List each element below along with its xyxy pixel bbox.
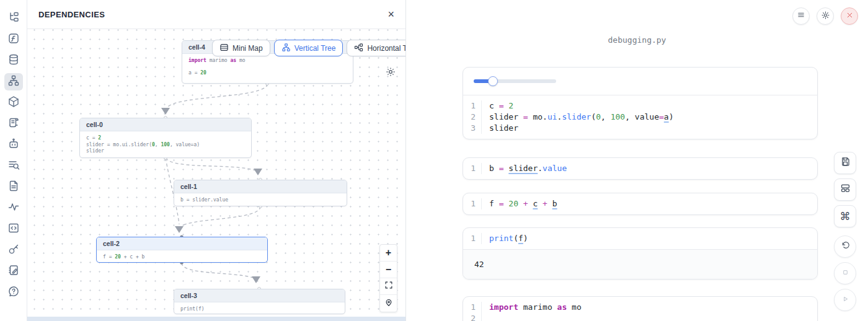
graph-code-line: a = 20 <box>188 70 347 77</box>
save-button[interactable] <box>834 152 856 174</box>
notebook-cell-f[interactable]: 1f = 20 + c + b <box>463 193 818 215</box>
sidebar-item-packages[interactable] <box>4 94 23 112</box>
notebook-cell-print[interactable]: 1print(f) 42 <box>463 227 818 279</box>
notebook-cell-slider[interactable]: 1c = 2 2slider = mo.ui.slider(0, 100, va… <box>463 67 818 139</box>
sidebar-item-dependencies[interactable] <box>4 73 23 90</box>
notebook-top-actions <box>792 7 858 25</box>
code-line: print(f) <box>482 233 528 244</box>
gear-icon <box>821 11 830 22</box>
play-icon <box>841 294 850 306</box>
hamburger-icon <box>797 11 805 22</box>
sidebar-item-logs[interactable] <box>4 115 23 133</box>
code-editor[interactable]: 1b = slider.value <box>463 158 817 179</box>
minus-icon: − <box>386 264 391 275</box>
scratchpad-icon <box>7 264 20 279</box>
line-number: 2 <box>463 313 482 321</box>
dependency-graph-canvas[interactable]: Mini Map Vertical Tree Horizontal Tree c… <box>27 29 405 321</box>
chat-bot-icon <box>7 138 20 152</box>
line-number: 1 <box>463 163 482 174</box>
horizontal-tree-icon <box>354 43 363 54</box>
mini-map-icon <box>219 43 229 54</box>
logs-scroll-icon <box>7 117 20 131</box>
panel-layout-icon <box>840 183 851 196</box>
gear-icon <box>385 66 396 80</box>
dependencies-header: DEPENDENCIES × <box>27 0 405 29</box>
close-x-icon <box>846 11 854 22</box>
graph-code-line: b = slider.value <box>180 197 340 204</box>
slider-thumb[interactable] <box>488 76 498 86</box>
command-palette-button[interactable]: ⌘ <box>834 205 856 227</box>
notebook-filename[interactable]: debugging.py <box>406 35 868 45</box>
graph-view-toolbar: Mini Map Vertical Tree Horizontal Tree <box>212 40 405 56</box>
close-panel-button[interactable]: × <box>388 9 394 20</box>
run-button[interactable] <box>834 289 856 311</box>
vertical-tree-label: Vertical Tree <box>294 44 336 53</box>
sidebar-item-tracing[interactable] <box>4 200 23 217</box>
graph-node-body: print(f) <box>174 302 345 314</box>
graph-code-line: c = 2 <box>86 135 245 142</box>
graph-node-title: cell-3 <box>174 289 345 302</box>
sidebar-item-datasources[interactable] <box>4 52 23 69</box>
help-icon <box>7 285 20 300</box>
plus-icon: + <box>386 247 391 258</box>
panel-layout-button[interactable] <box>834 178 856 201</box>
command-icon: ⌘ <box>840 210 851 223</box>
sidebar-item-documentation[interactable] <box>4 178 23 196</box>
graph-node-title: cell-1 <box>174 180 347 193</box>
notebook-cell-import[interactable]: 1import marimo as mo 2 <box>463 296 818 321</box>
fit-view-icon <box>384 281 393 292</box>
code-editor[interactable]: 1f = 20 + c + b <box>463 193 817 214</box>
graph-node-body: import marimo as mo a = 20 <box>182 54 353 84</box>
shutdown-button[interactable] <box>841 7 858 25</box>
sidebar-item-snippets[interactable] <box>4 157 23 175</box>
sidebar-item-chat[interactable] <box>4 136 23 154</box>
database-icon <box>7 53 20 68</box>
horizontal-tree-button[interactable]: Horizontal Tree <box>347 40 405 56</box>
code-editor[interactable]: 1c = 2 2slider = mo.ui.slider(0, 100, va… <box>463 95 817 139</box>
code-editor[interactable]: 1import marimo as mo 2 <box>463 297 817 321</box>
graph-node-title: cell-0 <box>80 118 251 131</box>
sidebar-item-secrets[interactable] <box>4 242 23 259</box>
sidebar-item-scratchpad[interactable] <box>4 263 23 280</box>
code-output-icon <box>7 222 20 237</box>
graph-code-line: slider <box>86 148 245 155</box>
pin-button[interactable] <box>380 295 397 312</box>
graph-node-cell-1[interactable]: cell-1 b = slider.value <box>174 180 347 206</box>
graph-code-line: import marimo as mo <box>188 58 347 64</box>
graph-node-title: cell-2 <box>97 237 267 250</box>
code-editor[interactable]: 1print(f) <box>463 228 817 249</box>
line-number: 1 <box>463 100 482 112</box>
stop-button[interactable] <box>834 262 856 284</box>
undo-button[interactable] <box>834 235 856 258</box>
package-icon <box>7 95 20 110</box>
graph-node-cell-0[interactable]: cell-0 c = 2 slider = mo.ui.slider(0, 10… <box>79 118 252 158</box>
horizontal-tree-label: Horizontal Tree <box>367 44 405 53</box>
graph-node-cell-2[interactable]: cell-2 f = 20 + c + b <box>96 237 268 263</box>
graph-node-body: c = 2 slider = mo.ui.slider(0, 100, valu… <box>80 131 251 158</box>
vertical-tree-button[interactable]: Vertical Tree <box>274 40 343 56</box>
app: DEPENDENCIES × <box>0 0 868 321</box>
sidebar-item-file-tree[interactable] <box>4 10 23 27</box>
sidebar-item-outputs[interactable] <box>4 221 23 238</box>
code-line: c = 2 <box>482 100 513 112</box>
code-line: f = 20 + c + b <box>482 198 557 209</box>
vertical-tree-icon <box>281 43 291 54</box>
zoom-out-button[interactable]: − <box>380 262 397 278</box>
graph-node-cell-3[interactable]: cell-3 print(f) <box>174 289 345 314</box>
sidebar-item-functions[interactable] <box>4 31 23 48</box>
fit-view-button[interactable] <box>380 278 397 295</box>
dependencies-panel: DEPENDENCIES × <box>27 0 406 321</box>
notebook-cell-b[interactable]: 1b = slider.value <box>463 157 818 180</box>
menu-button[interactable] <box>792 7 810 25</box>
graph-settings-button[interactable] <box>383 66 398 81</box>
settings-button[interactable] <box>817 7 834 25</box>
graph-code-line: f = 20 + c + b <box>103 254 261 261</box>
line-number: 2 <box>463 112 482 123</box>
zoom-in-button[interactable]: + <box>380 245 397 262</box>
graph-code-line: print(f) <box>180 306 339 313</box>
dependency-graph-icon <box>7 74 20 89</box>
slider-widget[interactable] <box>474 76 556 86</box>
sidebar-item-help[interactable] <box>4 284 23 301</box>
mini-map-button[interactable]: Mini Map <box>212 40 270 56</box>
search-list-icon <box>7 159 20 174</box>
